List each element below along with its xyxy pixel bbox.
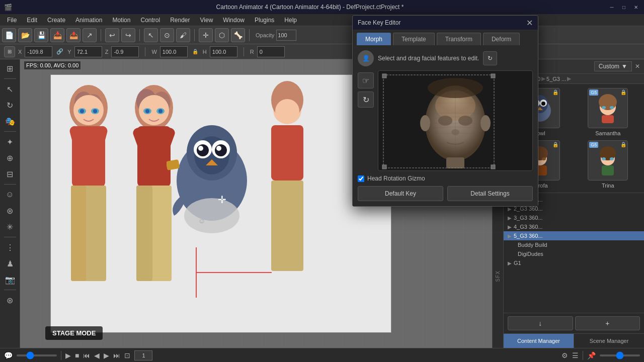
panel-down-button[interactable]: ↓: [508, 316, 573, 330]
tl-frame-input[interactable]: [134, 350, 152, 360]
select-button[interactable]: ↖: [144, 28, 158, 42]
tl-pin-icon[interactable]: 📌: [587, 351, 596, 359]
panel-add-button[interactable]: +: [575, 316, 640, 330]
default-key-button[interactable]: Default Key: [358, 186, 443, 201]
tl-forward-button[interactable]: ▶: [104, 351, 109, 359]
tl-stop-button[interactable]: ■: [75, 351, 79, 359]
attach-tool[interactable]: ⊕: [3, 151, 17, 165]
z-input[interactable]: [111, 46, 139, 57]
fke-tab-deform[interactable]: Deform: [483, 33, 520, 45]
tl-slider-right[interactable]: [600, 354, 640, 356]
opacity-input[interactable]: [276, 30, 296, 41]
fke-close-button[interactable]: ✕: [526, 18, 533, 28]
export-button[interactable]: 📤: [66, 28, 80, 42]
undo-button[interactable]: ↩: [105, 28, 119, 42]
minimize-button[interactable]: ─: [608, 3, 616, 11]
fke-rotate-tool[interactable]: ↻: [358, 92, 374, 108]
menu-file[interactable]: File: [2, 16, 22, 25]
menu-create[interactable]: Create: [42, 16, 70, 25]
fke-side-tools: ☞ ↻: [358, 70, 374, 110]
stage-mode-button[interactable]: STAGE MODE: [45, 326, 103, 340]
paint-button[interactable]: 🖌: [176, 28, 190, 42]
menu-window[interactable]: Window: [218, 16, 250, 25]
rotate-tool[interactable]: ↻: [3, 98, 17, 112]
samantha-name: Samantha: [595, 130, 620, 136]
menu-animation[interactable]: Animation: [70, 16, 107, 25]
fke-tab-template[interactable]: Template: [393, 33, 435, 45]
menu-edit[interactable]: Edit: [22, 16, 42, 25]
extra-tool[interactable]: ⊛: [3, 293, 17, 307]
tree-item-2[interactable]: ▶ 3_G3 360...: [504, 213, 644, 222]
custom-dropdown[interactable]: Custom ▼: [594, 61, 632, 71]
breadcrumb-sep-3: ▶: [567, 75, 571, 82]
menu-plugins[interactable]: Plugins: [250, 16, 279, 25]
redo-button[interactable]: ↪: [121, 28, 135, 42]
fke-refresh-button[interactable]: ↻: [483, 51, 497, 65]
grid-toggle[interactable]: ⊞: [4, 46, 15, 57]
camera-tool[interactable]: 📷: [3, 273, 17, 287]
tree-item-digi[interactable]: DigiDudes: [504, 249, 644, 258]
face-tool[interactable]: ☺: [3, 188, 17, 202]
svg-point-21: [158, 109, 163, 113]
fke-tab-morph[interactable]: Morph: [357, 33, 391, 45]
particle-tool[interactable]: ✳: [3, 220, 17, 234]
char-trina[interactable]: G5 🔒 Trina: [576, 140, 640, 189]
head-rotation-checkbox[interactable]: [358, 175, 364, 182]
tab-scene-manager[interactable]: Scene Manager: [574, 334, 644, 348]
import-button[interactable]: 📥: [50, 28, 64, 42]
fke-tab-transform[interactable]: Transform: [437, 33, 481, 45]
menu-render[interactable]: Render: [165, 16, 195, 25]
tl-play-button[interactable]: ▶: [65, 351, 71, 359]
fke-hand-tool[interactable]: ☞: [358, 72, 374, 88]
panel-close-button[interactable]: ✕: [635, 63, 640, 70]
select-tool[interactable]: ↖: [3, 82, 17, 96]
tree-item-3[interactable]: ▶ 4_G3 360...: [504, 222, 644, 231]
custom-label: Custom: [599, 63, 619, 70]
tl-next-button[interactable]: ⏭: [113, 351, 120, 359]
open-button[interactable]: 📂: [18, 28, 32, 42]
menu-view[interactable]: View: [195, 16, 218, 25]
detail-settings-button[interactable]: Detail Settings: [447, 186, 533, 201]
bone-button[interactable]: 🦴: [231, 28, 245, 42]
x-input[interactable]: [25, 46, 52, 57]
menu-help[interactable]: Help: [279, 16, 302, 25]
maximize-button[interactable]: □: [620, 3, 628, 11]
transform-button[interactable]: ⬡: [215, 28, 229, 42]
tl-back-button[interactable]: ◀: [94, 351, 100, 359]
y-input[interactable]: [74, 46, 102, 57]
move-button[interactable]: ✛: [199, 28, 213, 42]
body-tool[interactable]: ♟: [3, 256, 17, 270]
tree-item-buddy[interactable]: Buddy Build: [504, 240, 644, 249]
prop-tool[interactable]: 🎭: [3, 114, 17, 128]
tl-slider-left[interactable]: [17, 354, 57, 356]
fke-face-canvas[interactable]: [378, 70, 533, 171]
tl-loop-button[interactable]: ⊡: [124, 351, 130, 359]
layer-tool[interactable]: ⊟: [3, 167, 17, 181]
new-button[interactable]: 📄: [2, 28, 16, 42]
character-bird[interactable]: ☺ ✛: [167, 115, 257, 241]
tl-list-icon[interactable]: ☰: [572, 351, 579, 359]
tab-content-manager[interactable]: Content Manager: [504, 334, 574, 348]
ik-tool[interactable]: ⋮: [3, 240, 17, 254]
svg-rect-13: [71, 186, 86, 281]
tl-prev-button[interactable]: ⏮: [83, 351, 90, 359]
close-button[interactable]: ✕: [632, 3, 640, 11]
pick-button[interactable]: ⊙: [160, 28, 174, 42]
motion-tool[interactable]: ⊛: [3, 204, 17, 218]
tree-item-g1[interactable]: ▶ G1: [504, 258, 644, 267]
tl-settings-icon[interactable]: ⚙: [561, 351, 568, 359]
svg-rect-69: [602, 165, 614, 175]
r-input[interactable]: [257, 46, 285, 57]
scene-tool[interactable]: ⊞: [3, 61, 17, 75]
bone-tool[interactable]: ✦: [3, 135, 17, 149]
h-input[interactable]: [210, 46, 237, 57]
char-samantha[interactable]: G5 🔒 Samantha: [576, 88, 640, 136]
menu-control[interactable]: Control: [135, 16, 165, 25]
tree-item-4[interactable]: ▶ 5_G3 360...: [504, 231, 644, 240]
fke-title: Face Key Editor: [358, 19, 400, 26]
menu-motion[interactable]: Motion: [107, 16, 135, 25]
extra-button[interactable]: ↗: [83, 28, 97, 42]
tl-msg-icon[interactable]: 💬: [4, 351, 13, 359]
w-input[interactable]: [160, 46, 188, 57]
save-button[interactable]: 💾: [34, 28, 48, 42]
